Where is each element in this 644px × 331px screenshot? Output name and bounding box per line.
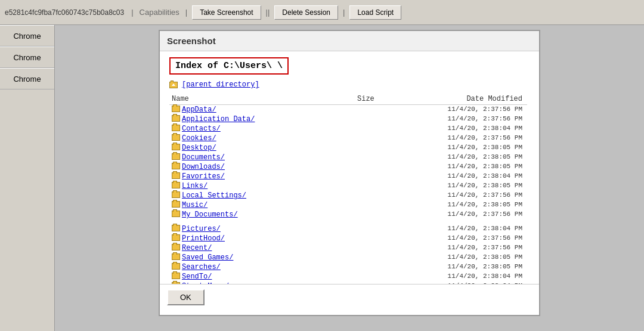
folder-link[interactable]: Searches/ (169, 262, 323, 272)
folder-icon (172, 234, 180, 241)
folder-link[interactable]: Saved Games/ (169, 253, 323, 262)
folder-link[interactable]: Local Settings/ (169, 191, 323, 200)
folder-link[interactable]: AppData/ (169, 105, 323, 115)
ok-button[interactable]: OK (167, 289, 205, 305)
file-date: 11/4/20, 2:37:56 PM (377, 234, 527, 243)
delete-session-button[interactable]: Delete Session (274, 5, 338, 20)
screenshot-modal-title: Screenshot (160, 31, 539, 51)
file-size (323, 224, 377, 234)
parent-dir-link[interactable]: [parent directory] (169, 81, 527, 89)
folder-link[interactable]: PrintHood/ (169, 234, 323, 243)
table-row: Local Settings/ 11/4/20, 2:37:56 PM (169, 191, 527, 200)
table-row: SendTo/ 11/4/20, 2:38:04 PM (169, 272, 527, 281)
folder-link[interactable]: Pictures/ (169, 224, 323, 234)
screenshot-modal: Screenshot Index of C:\Users\ \ [parent … (159, 30, 540, 316)
file-date: 11/4/20, 2:37:56 PM (377, 115, 527, 124)
file-size (323, 191, 377, 200)
take-screenshot-button[interactable]: Take Screenshot (192, 5, 261, 20)
folder-link[interactable]: Recent/ (169, 243, 323, 253)
folder-link[interactable]: Documents/ (169, 153, 323, 162)
file-size (323, 210, 377, 219)
file-size (323, 243, 377, 253)
screenshot-scroll-area[interactable]: Index of C:\Users\ \ [parent directory] … (160, 51, 539, 284)
main-content: Screenshot Index of C:\Users\ \ [parent … (55, 25, 644, 331)
col-name-header: Name (169, 94, 323, 105)
folder-link[interactable]: SendTo/ (169, 272, 323, 281)
top-bar: e5281c4fc9fba7fc060743c75b0a8c03 | Capab… (0, 0, 644, 25)
file-date: 11/4/20, 2:37:56 PM (377, 210, 527, 219)
folder-icon (172, 153, 180, 160)
folder-icon (172, 182, 180, 188)
table-row: Links/ 11/4/20, 2:38:05 PM (169, 181, 527, 191)
file-date: 11/4/20, 2:37:56 PM (377, 191, 527, 200)
dir-heading: Index of C:\Users\ \ (169, 57, 289, 75)
load-script-button[interactable]: Load Script (349, 5, 401, 20)
folder-icon (172, 225, 180, 231)
table-row: My Documents/ 11/4/20, 2:37:56 PM (169, 210, 527, 219)
folder-icon (172, 191, 180, 198)
sidebar-item-chrome-3[interactable]: Chrome (0, 68, 54, 89)
file-size (323, 234, 377, 243)
folder-icon (172, 125, 180, 131)
folder-link[interactable]: Contacts/ (169, 124, 323, 134)
folder-link[interactable]: Music/ (169, 200, 323, 210)
file-size (323, 162, 377, 172)
sidebar-item-label-2: Chrome (13, 53, 41, 62)
file-date: 11/4/20, 2:38:05 PM (377, 253, 527, 262)
table-row: Music/ 11/4/20, 2:38:05 PM (169, 200, 527, 210)
folder-icon (172, 106, 180, 112)
capabilities-label: Capabilities (140, 8, 179, 17)
ok-area: OK (160, 284, 539, 310)
folder-icon (172, 115, 180, 122)
file-table: Name Size Date Modified AppData/ 11/4/20… (169, 94, 527, 284)
file-date: 11/4/20, 2:37:56 PM (377, 105, 527, 115)
folder-icon (172, 244, 180, 250)
file-date: 11/4/20, 2:38:05 PM (377, 143, 527, 153)
file-size (323, 115, 377, 124)
table-row: PrintHood/ 11/4/20, 2:37:56 PM (169, 234, 527, 243)
file-date: 11/4/20, 2:37:56 PM (377, 243, 527, 253)
folder-link[interactable]: My Documents/ (169, 210, 323, 219)
sep1: | (131, 8, 133, 17)
file-date: 11/4/20, 2:38:05 PM (377, 162, 527, 172)
file-date: 11/4/20, 2:38:04 PM (377, 272, 527, 281)
file-size (323, 124, 377, 134)
folder-icon (172, 273, 180, 279)
file-date: 11/4/20, 2:37:56 PM (377, 134, 527, 143)
folder-icon (172, 211, 180, 217)
file-size (323, 200, 377, 210)
table-row: Saved Games/ 11/4/20, 2:38:05 PM (169, 253, 527, 262)
file-date: 11/4/20, 2:38:04 PM (377, 224, 527, 234)
folder-icon (172, 201, 180, 208)
file-date: 11/4/20, 2:38:04 PM (377, 124, 527, 134)
folder-link[interactable]: Links/ (169, 181, 323, 191)
sep4: | (343, 8, 345, 17)
folder-icon (172, 172, 180, 179)
col-size-header: Size (323, 94, 377, 105)
file-size (323, 272, 377, 281)
file-size (323, 134, 377, 143)
file-date: 11/4/20, 2:38:04 PM (377, 172, 527, 181)
sidebar-item-chrome-2[interactable]: Chrome (0, 47, 54, 68)
folder-link[interactable]: Desktop/ (169, 143, 323, 153)
folder-link[interactable]: Application Data/ (169, 115, 323, 124)
folder-link[interactable]: Downloads/ (169, 162, 323, 172)
file-size (323, 253, 377, 262)
folder-icon (172, 263, 180, 270)
folder-icon (172, 163, 180, 169)
sidebar-item-label-3: Chrome (13, 75, 41, 83)
table-row: Downloads/ 11/4/20, 2:38:05 PM (169, 162, 527, 172)
table-row: Recent/ 11/4/20, 2:37:56 PM (169, 243, 527, 253)
file-size (323, 153, 377, 162)
file-date: 11/4/20, 2:38:05 PM (377, 262, 527, 272)
sidebar-item-chrome-1[interactable]: Chrome (0, 25, 54, 47)
table-row: Favorites/ 11/4/20, 2:38:04 PM (169, 172, 527, 181)
folder-link[interactable]: Cookies/ (169, 134, 323, 143)
table-row: Desktop/ 11/4/20, 2:38:05 PM (169, 143, 527, 153)
file-size (323, 172, 377, 181)
table-row: Searches/ 11/4/20, 2:38:05 PM (169, 262, 527, 272)
folder-link[interactable]: Favorites/ (169, 172, 323, 181)
table-row: Cookies/ 11/4/20, 2:37:56 PM (169, 134, 527, 143)
col-date-header: Date Modified (377, 94, 527, 105)
file-date: 11/4/20, 2:38:05 PM (377, 200, 527, 210)
